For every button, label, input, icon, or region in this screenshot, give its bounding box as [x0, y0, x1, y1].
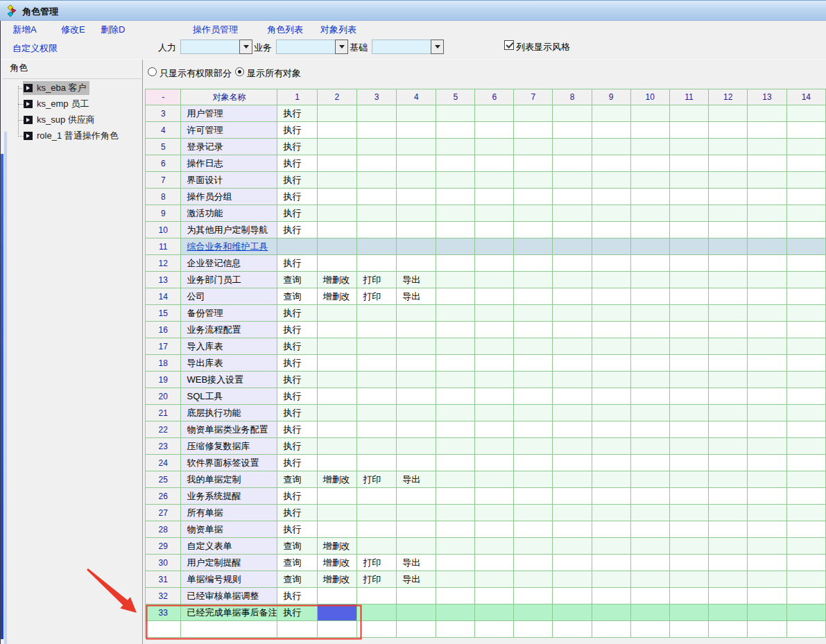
permission-cell[interactable] [317, 488, 357, 505]
permission-cell[interactable] [748, 471, 786, 488]
permission-cell[interactable] [475, 222, 514, 238]
permission-cell[interactable] [514, 205, 553, 222]
permission-cell[interactable] [786, 538, 825, 555]
permission-cell[interactable] [709, 338, 748, 355]
permission-cell[interactable] [436, 105, 475, 122]
permission-cell[interactable] [357, 105, 397, 122]
permission-cell[interactable] [553, 372, 592, 388]
row-number-cell[interactable]: 29 [146, 538, 181, 555]
permission-cell[interactable] [317, 338, 357, 355]
chevron-down-icon[interactable] [239, 40, 252, 54]
permission-cell[interactable] [630, 438, 669, 455]
permission-cell[interactable] [748, 355, 786, 372]
object-name-cell[interactable]: 自定义表单 [181, 538, 277, 555]
row-number-cell[interactable]: 16 [146, 322, 181, 338]
permission-cell[interactable] [357, 538, 397, 555]
permission-cell[interactable] [553, 288, 592, 305]
permission-cell[interactable]: 打印 [357, 288, 397, 305]
permission-cell[interactable]: 执行 [277, 355, 317, 372]
permission-cell[interactable] [397, 172, 436, 189]
permission-cell[interactable] [317, 255, 357, 272]
permission-cell[interactable] [436, 222, 475, 238]
object-name-cell[interactable]: 为其他用户定制导航 [181, 222, 277, 238]
permission-cell[interactable] [317, 122, 357, 139]
permission-cell[interactable]: 执行 [277, 438, 317, 455]
permission-cell[interactable] [436, 305, 475, 322]
permission-cell[interactable] [475, 588, 514, 604]
permission-cell[interactable] [553, 405, 592, 421]
permission-cell[interactable] [748, 189, 786, 205]
object-name-cell[interactable]: 单据编号规则 [181, 571, 277, 588]
permission-cell[interactable] [748, 588, 786, 604]
object-name-cell[interactable]: 软件界面标签设置 [181, 455, 277, 471]
permission-cell[interactable] [786, 205, 825, 222]
permission-cell[interactable] [397, 521, 436, 538]
permission-cell[interactable] [514, 555, 553, 571]
permission-cell[interactable] [592, 139, 630, 155]
permission-cell[interactable] [709, 105, 748, 122]
permission-cell[interactable] [669, 421, 708, 438]
permission-cell[interactable]: 增删改 [317, 571, 357, 588]
permission-cell[interactable] [436, 455, 475, 471]
object-name-cell[interactable]: SQL工具 [181, 388, 277, 405]
permission-cell[interactable] [669, 288, 708, 305]
permission-cell[interactable] [475, 305, 514, 322]
permission-cell[interactable] [436, 322, 475, 338]
permission-cell[interactable] [436, 521, 475, 538]
permission-cell[interactable] [630, 488, 669, 505]
permission-cell[interactable] [786, 521, 825, 538]
permission-cell[interactable]: 增删改 [317, 272, 357, 288]
permission-cell[interactable] [709, 521, 748, 538]
permission-cell[interactable] [630, 355, 669, 372]
permission-cell[interactable] [436, 155, 475, 172]
permission-cell[interactable]: 执行 [277, 338, 317, 355]
permission-cell[interactable]: 执行 [277, 505, 317, 521]
permission-cell[interactable] [514, 438, 553, 455]
permission-cell[interactable] [786, 372, 825, 388]
permission-cell[interactable] [436, 205, 475, 222]
permission-cell[interactable] [514, 538, 553, 555]
permission-cell[interactable] [436, 272, 475, 288]
permission-cell[interactable] [317, 588, 357, 604]
permission-cell[interactable] [357, 189, 397, 205]
permission-cell[interactable] [514, 521, 553, 538]
permission-cell[interactable] [669, 521, 708, 538]
business-filter-value[interactable] [276, 40, 335, 54]
permission-cell[interactable] [475, 405, 514, 421]
permission-cell[interactable] [709, 205, 748, 222]
permission-cell[interactable] [630, 105, 669, 122]
permission-cell[interactable] [475, 355, 514, 372]
permission-cell[interactable] [357, 455, 397, 471]
permission-cell[interactable] [786, 238, 825, 255]
permission-cell[interactable] [592, 488, 630, 505]
permission-cell[interactable] [553, 172, 592, 189]
permission-cell[interactable] [514, 588, 553, 604]
permission-cell[interactable] [475, 288, 514, 305]
permission-cell[interactable] [475, 488, 514, 505]
permission-cell[interactable] [357, 222, 397, 238]
tree-item-role-ks-emp[interactable]: ks_emp 员工 [23, 97, 92, 111]
permission-cell[interactable] [630, 288, 669, 305]
permission-cell[interactable] [592, 189, 630, 205]
permission-cell[interactable] [709, 172, 748, 189]
permission-cell[interactable]: 打印 [357, 571, 397, 588]
permission-cell[interactable] [475, 471, 514, 488]
permission-cell[interactable] [592, 172, 630, 189]
permission-cell[interactable] [475, 189, 514, 205]
object-name-cell[interactable]: 导出库表 [181, 355, 277, 372]
permission-cell[interactable] [748, 388, 786, 405]
permission-cell[interactable] [786, 571, 825, 588]
permission-cell[interactable] [709, 355, 748, 372]
permission-cell[interactable] [397, 405, 436, 421]
object-name-cell[interactable]: 用户管理 [181, 105, 277, 122]
permission-cell[interactable] [669, 538, 708, 555]
permission-cell[interactable] [592, 205, 630, 222]
permission-cell[interactable]: 执行 [277, 189, 317, 205]
permission-cell[interactable] [748, 238, 786, 255]
permission-cell[interactable] [630, 172, 669, 189]
row-number-cell[interactable]: 8 [146, 189, 181, 205]
permission-cell[interactable] [436, 571, 475, 588]
permission-cell[interactable] [397, 238, 436, 255]
permission-cell[interactable] [514, 338, 553, 355]
object-name-cell[interactable]: WEB接入设置 [181, 372, 277, 388]
